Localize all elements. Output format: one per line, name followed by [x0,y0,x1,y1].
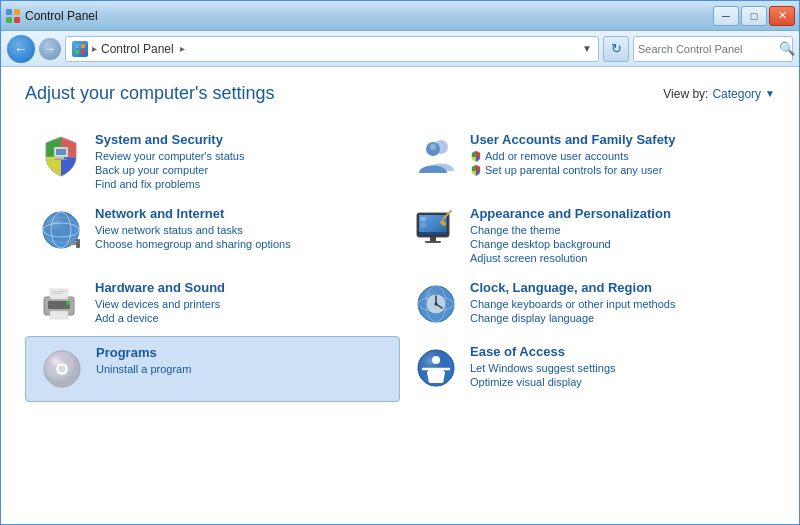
ease-of-access-title[interactable]: Ease of Access [470,344,763,359]
appearance-icon [412,206,460,254]
hardware-link-1[interactable]: Add a device [95,312,388,324]
titlebar-icon [5,8,21,24]
breadcrumb-bar[interactable]: ▸ Control Panel ▸ ▼ [65,36,599,62]
programs-text: Programs Uninstall a program [96,345,387,375]
breadcrumb-dropdown[interactable]: ▼ [582,43,592,54]
programs-link-0[interactable]: Uninstall a program [96,363,387,375]
titlebar: Control Panel ─ □ ✕ [1,1,799,31]
user-accounts-title[interactable]: User Accounts and Family Safety [470,132,763,147]
search-input[interactable] [638,43,776,55]
programs-icon [38,345,86,393]
viewby-label: View by: [663,87,708,101]
svg-rect-7 [81,50,85,54]
svg-rect-38 [50,311,68,319]
svg-rect-0 [6,9,12,15]
svg-rect-27 [425,241,441,243]
svg-rect-26 [430,237,436,241]
titlebar-title: Control Panel [25,9,98,23]
minimize-button[interactable]: ─ [713,6,739,26]
appearance-text: Appearance and Personalization Change th… [470,206,763,264]
system-security-link-2[interactable]: Find and fix problems [95,178,388,190]
svg-rect-3 [14,17,20,23]
hardware-link-0[interactable]: View devices and printers [95,298,388,310]
svg-rect-9 [56,149,66,155]
category-item-network[interactable]: Network and Internet View network status… [25,198,400,272]
programs-title[interactable]: Programs [96,345,387,360]
svg-rect-29 [421,223,426,227]
network-title[interactable]: Network and Internet [95,206,388,221]
page-title: Adjust your computer's settings [25,83,275,104]
appearance-link-0[interactable]: Change the theme [470,224,763,236]
search-box[interactable]: 🔍 [633,36,793,62]
hardware-title[interactable]: Hardware and Sound [95,280,388,295]
ease-of-access-link-1[interactable]: Optimize visual display [470,376,763,388]
svg-rect-21 [76,239,80,248]
clock-icon [412,280,460,328]
viewby-arrow-icon[interactable]: ▼ [765,88,775,99]
content-area: Adjust your computer's settings View by:… [1,67,799,524]
breadcrumb-arrow: ▸ [180,43,185,54]
search-icon[interactable]: 🔍 [779,41,795,56]
ease-of-access-link-0[interactable]: Let Windows suggest settings [470,362,763,374]
system-security-link-1[interactable]: Back up your computer [95,164,388,176]
appearance-title[interactable]: Appearance and Personalization [470,206,763,221]
category-item-appearance[interactable]: Appearance and Personalization Change th… [400,198,775,272]
addressbar: ← → ▸ Control Panel ▸ ▼ ↻ 🔍 [1,31,799,67]
clock-title[interactable]: Clock, Language, and Region [470,280,763,295]
svg-point-55 [432,356,440,364]
ease-of-access-icon [412,344,460,392]
svg-rect-37 [52,293,62,294]
breadcrumb-text[interactable]: Control Panel [101,42,174,56]
clock-link-0[interactable]: Change keyboards or other input methods [470,298,763,310]
svg-point-14 [430,144,436,150]
appearance-link-2[interactable]: Adjust screen resolution [470,252,763,264]
svg-point-47 [435,303,438,306]
network-link-1[interactable]: Choose homegroup and sharing options [95,238,388,250]
network-text: Network and Internet View network status… [95,206,388,250]
category-item-user-accounts[interactable]: User Accounts and Family Safety Add or r… [400,124,775,198]
category-item-ease-of-access[interactable]: Ease of Access Let Windows suggest setti… [400,336,775,402]
maximize-button[interactable]: □ [741,6,767,26]
refresh-button[interactable]: ↻ [603,36,629,62]
category-item-programs[interactable]: Programs Uninstall a program [25,336,400,402]
svg-rect-5 [81,44,85,48]
system-security-link-0[interactable]: Review your computer's status [95,150,388,162]
svg-point-39 [66,301,70,305]
content-header: Adjust your computer's settings View by:… [25,83,775,104]
svg-rect-1 [14,9,20,15]
svg-point-52 [51,357,59,365]
svg-rect-11 [55,159,67,160]
viewby-value[interactable]: Category [712,87,761,101]
shield-small-icon-1 [470,164,482,176]
clock-link-1[interactable]: Change display language [470,312,763,324]
svg-rect-25 [419,232,447,235]
breadcrumb-separator: ▸ [92,43,97,54]
svg-rect-2 [6,17,12,23]
svg-point-51 [59,366,65,372]
titlebar-controls: ─ □ ✕ [713,6,795,26]
view-by: View by: Category ▼ [663,87,775,101]
ease-of-access-text: Ease of Access Let Windows suggest setti… [470,344,763,388]
breadcrumb-home-icon [72,41,88,57]
user-accounts-icon [412,132,460,180]
network-link-0[interactable]: View network status and tasks [95,224,388,236]
back-button[interactable]: ← [7,35,35,63]
titlebar-left: Control Panel [5,8,98,24]
svg-rect-4 [75,44,79,48]
svg-rect-10 [58,157,64,159]
shield-small-icon-0 [470,150,482,162]
user-accounts-link-0[interactable]: Add or remove user accounts [470,150,763,162]
category-item-system-security[interactable]: System and Security Review your computer… [25,124,400,198]
hardware-icon [37,280,85,328]
user-accounts-link-1[interactable]: Set up parental controls for any user [470,164,763,176]
category-item-clock[interactable]: Clock, Language, and Region Change keybo… [400,272,775,336]
system-security-title[interactable]: System and Security [95,132,388,147]
svg-rect-6 [75,50,79,54]
system-security-text: System and Security Review your computer… [95,132,388,190]
appearance-link-1[interactable]: Change desktop background [470,238,763,250]
close-button[interactable]: ✕ [769,6,795,26]
category-item-hardware[interactable]: Hardware and Sound View devices and prin… [25,272,400,336]
categories-grid: System and Security Review your computer… [25,124,775,402]
svg-rect-28 [421,217,426,221]
forward-button[interactable]: → [39,38,61,60]
